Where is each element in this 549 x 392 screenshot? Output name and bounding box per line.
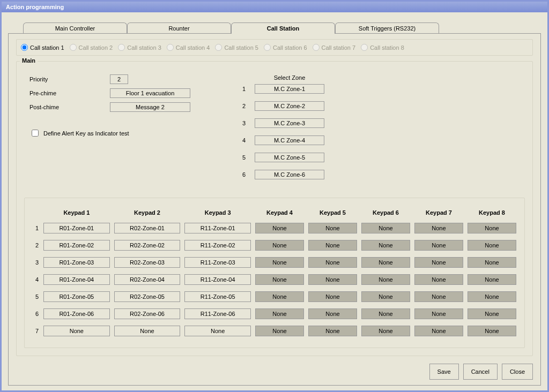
- keypad-cell-5-1[interactable]: R01-Zone-05: [43, 291, 110, 302]
- call-station-radio-label-3: Call station 3: [127, 44, 161, 51]
- call-station-radio-input-8: [361, 44, 368, 51]
- keypad-cell-7-5: None: [308, 326, 357, 336]
- keypad-cell-1-8: None: [468, 223, 516, 233]
- keypad-cell-3-7: None: [414, 257, 463, 268]
- action-programming-window: Action programming Main ControllerRounte…: [0, 0, 549, 392]
- keypad-cell-6-7: None: [414, 308, 463, 319]
- cancel-button[interactable]: Cancel: [463, 364, 498, 380]
- keypad-cell-2-7: None: [414, 240, 463, 251]
- save-button[interactable]: Save: [429, 364, 459, 380]
- keypad-cell-3-1[interactable]: R01-Zone-03: [43, 257, 110, 268]
- keypad-cell-4-7: None: [414, 274, 463, 285]
- tab-call-station[interactable]: Call Station: [231, 22, 335, 34]
- keypad-header-4: Keypad 4: [255, 209, 305, 217]
- call-station-radio-input-1[interactable]: [21, 44, 28, 51]
- keypad-cell-2-1[interactable]: R01-Zone-02: [43, 240, 110, 251]
- keypad-cell-4-3[interactable]: R11-Zone-04: [184, 274, 251, 285]
- close-button[interactable]: Close: [502, 364, 533, 380]
- zone-row-5: 5M.C Zone-5: [233, 153, 324, 162]
- call-station-radio-7: Call station 7: [313, 44, 356, 51]
- alert-key-checkbox-row[interactable]: Define Alert Key as Indicator test: [29, 128, 212, 138]
- keypad-cell-4-2[interactable]: R02-Zone-04: [114, 274, 181, 285]
- keypad-cell-1-3[interactable]: R11-Zone-01: [184, 223, 251, 233]
- keypad-header-8: Keypad 8: [467, 209, 517, 217]
- zone-row-3: 3M.C Zone-3: [233, 118, 324, 128]
- keypad-cell-6-3[interactable]: R11-Zone-06: [184, 308, 251, 319]
- keypad-cell-7-2[interactable]: None: [114, 326, 181, 336]
- keypad-header-2: Keypad 2: [114, 209, 181, 217]
- keypad-cell-4-8: None: [468, 274, 516, 285]
- zone-select-1[interactable]: M.C Zone-1: [255, 84, 324, 94]
- keypad-cell-5-6: None: [361, 291, 410, 302]
- keypad-row-number: 2: [32, 239, 40, 251]
- zone-row-number: 6: [233, 171, 255, 178]
- keypad-cell-7-6: None: [361, 326, 410, 336]
- zone-row-4: 4M.C Zone-4: [233, 135, 324, 145]
- keypad-cell-1-4: None: [255, 223, 304, 233]
- call-station-radio-6: Call station 6: [264, 44, 307, 51]
- tab-main-controller[interactable]: Main Controller: [23, 22, 127, 34]
- keypad-cell-5-3[interactable]: R11-Zone-05: [184, 291, 251, 302]
- keypad-cell-7-1[interactable]: None: [43, 326, 110, 336]
- tab-rounter[interactable]: Rounter: [127, 22, 231, 34]
- keypad-row-number: 7: [32, 325, 40, 337]
- call-station-radio-5: Call station 5: [215, 44, 258, 51]
- call-station-radio-label-7: Call station 7: [322, 44, 356, 51]
- tab-panel-call-station: Call station 1Call station 2Call station…: [8, 33, 541, 386]
- keypad-header-1: Keypad 1: [43, 209, 110, 217]
- priority-label: Priority: [29, 76, 110, 82]
- prechime-field[interactable]: Floor 1 evacuation: [110, 88, 190, 98]
- zone-select-4[interactable]: M.C Zone-4: [255, 135, 324, 145]
- main-upper-row: Priority 2 Pre-chime Floor 1 evacuation …: [24, 71, 525, 198]
- call-station-radio-1[interactable]: Call station 1: [21, 44, 64, 51]
- call-station-radio-input-4: [167, 44, 174, 51]
- keypad-cell-1-5: None: [308, 223, 357, 233]
- keypad-cell-6-6: None: [361, 308, 410, 319]
- call-station-radio-3: Call station 3: [118, 44, 161, 51]
- keypad-cell-2-2[interactable]: R02-Zone-02: [114, 240, 181, 251]
- keypad-cell-3-3[interactable]: R11-Zone-03: [184, 257, 251, 268]
- call-station-radio-input-3: [118, 44, 125, 51]
- keypad-row-7: 7NoneNoneNoneNoneNoneNoneNoneNone: [32, 325, 517, 337]
- call-station-radio-label-2: Call station 2: [79, 44, 113, 51]
- keypad-cell-4-6: None: [361, 274, 410, 285]
- keypad-cell-7-8: None: [468, 326, 516, 336]
- keypad-cell-1-1[interactable]: R01-Zone-01: [43, 223, 110, 233]
- select-zone-header: Select Zone: [255, 74, 324, 81]
- keypad-cell-4-1[interactable]: R01-Zone-04: [43, 274, 110, 285]
- keypad-header-7: Keypad 7: [414, 209, 464, 217]
- keypad-row-6: 6R01-Zone-06R02-Zone-06R11-Zone-06NoneNo…: [32, 308, 517, 320]
- keypad-cell-5-7: None: [414, 291, 463, 302]
- keypad-cell-2-3[interactable]: R11-Zone-02: [184, 240, 251, 251]
- priority-field[interactable]: 2: [110, 74, 128, 84]
- keypad-cell-6-2[interactable]: R02-Zone-06: [114, 308, 181, 319]
- call-station-radio-input-7: [313, 44, 320, 51]
- postchime-field[interactable]: Message 2: [110, 102, 190, 112]
- keypad-cell-1-6: None: [361, 223, 410, 233]
- keypad-area: Keypad 1Keypad 2Keypad 3Keypad 4Keypad 5…: [24, 198, 525, 348]
- keypad-cell-2-8: None: [468, 240, 516, 251]
- zones-column: Select Zone 1M.C Zone-12M.C Zone-23M.C Z…: [233, 74, 324, 187]
- zone-select-3[interactable]: M.C Zone-3: [255, 118, 324, 128]
- keypad-cell-3-2[interactable]: R02-Zone-03: [114, 257, 181, 268]
- keypad-cell-7-7: None: [414, 326, 463, 336]
- tab-soft-triggers-rs232-[interactable]: Soft Triggers (RS232): [335, 22, 439, 34]
- keypad-cell-1-7: None: [414, 223, 463, 233]
- alert-key-checkbox[interactable]: [32, 130, 39, 137]
- keypad-cell-5-2[interactable]: R02-Zone-05: [114, 291, 181, 302]
- keypad-cell-1-2[interactable]: R02-Zone-01: [114, 223, 181, 233]
- zone-select-6[interactable]: M.C Zone-6: [255, 170, 324, 179]
- call-station-radio-label-5: Call station 5: [224, 44, 258, 51]
- zone-row-6: 6M.C Zone-6: [233, 170, 324, 179]
- keypad-row-2: 2R01-Zone-02R02-Zone-02R11-Zone-02NoneNo…: [32, 239, 517, 251]
- window-title: Action programming: [2, 2, 547, 12]
- keypad-cell-6-1[interactable]: R01-Zone-06: [43, 308, 110, 319]
- zone-select-5[interactable]: M.C Zone-5: [255, 153, 324, 162]
- keypad-row-number: 4: [32, 274, 40, 285]
- zone-select-2[interactable]: M.C Zone-2: [255, 101, 324, 111]
- keypad-cell-7-3[interactable]: None: [184, 326, 251, 336]
- prechime-label: Pre-chime: [29, 90, 110, 96]
- keypad-header-5: Keypad 5: [308, 209, 358, 217]
- tab-strip: Main ControllerRounterCall StationSoft T…: [23, 22, 541, 33]
- keypad-row-number: 1: [32, 222, 40, 234]
